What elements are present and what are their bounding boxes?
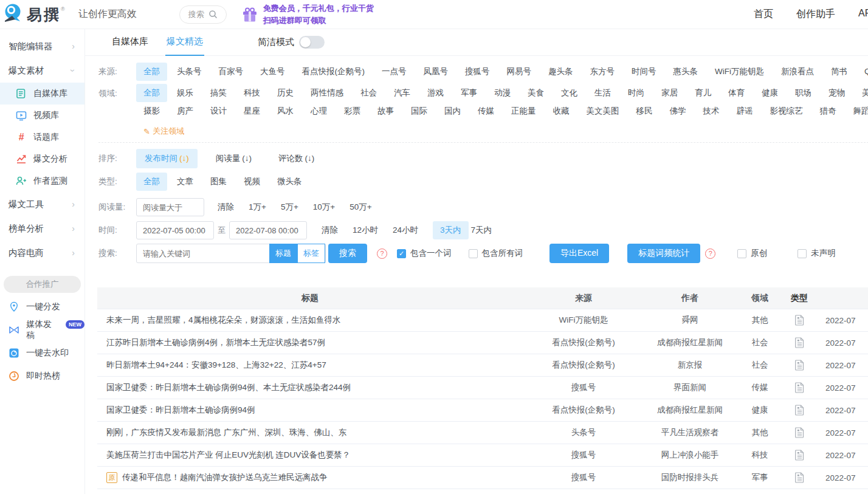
- source-option-东方号[interactable]: 东方号: [583, 63, 622, 81]
- article-title[interactable]: 原传递和平信息！越南汽油弹女孩护送乌克兰难民远离战争: [97, 472, 523, 483]
- source-option-惠头条[interactable]: 惠头条: [666, 63, 706, 81]
- domain-option-国际[interactable]: 国际: [404, 102, 435, 120]
- sidebar-group-爆文工具[interactable]: 爆文工具›: [0, 192, 84, 216]
- time-link-12小时[interactable]: 12小时: [353, 225, 378, 236]
- domain-option-佛学[interactable]: 佛学: [663, 102, 694, 120]
- domain-option-动漫[interactable]: 动漫: [487, 84, 518, 102]
- domain-option-历史[interactable]: 历史: [270, 84, 301, 102]
- sidebar-group-榜单分析[interactable]: 榜单分析›: [0, 216, 84, 241]
- time-link-24小时[interactable]: 24小时: [393, 225, 418, 236]
- domain-option-军事[interactable]: 军事: [453, 84, 484, 102]
- keyword-input[interactable]: [137, 249, 269, 258]
- sort-option-阅读量[interactable]: 阅读量(↓): [207, 149, 260, 168]
- type-option-文章[interactable]: 文章: [170, 173, 201, 191]
- domain-option-心理[interactable]: 心理: [303, 102, 334, 120]
- domain-option-娱乐[interactable]: 娱乐: [170, 84, 201, 102]
- domain-option-彩票[interactable]: 彩票: [337, 102, 368, 120]
- article-title[interactable]: 江苏昨日新增本土确诊病例4例，新增本土无症状感染者57例: [97, 337, 523, 348]
- search-button[interactable]: 搜索: [328, 244, 367, 263]
- domain-option-舞蹈[interactable]: 舞蹈: [846, 102, 868, 120]
- source-option-全部[interactable]: 全部: [136, 63, 167, 81]
- source-option-头条号[interactable]: 头条号: [170, 63, 209, 81]
- source-option-简书[interactable]: 简书: [824, 63, 855, 81]
- checkbox-包含一个词[interactable]: ✓包含一个词: [397, 248, 452, 259]
- sort-option-发布时间[interactable]: 发布时间(↓): [136, 149, 198, 168]
- reads-link-1万+[interactable]: 1万+: [249, 202, 266, 213]
- domain-option-风水[interactable]: 风水: [270, 102, 301, 120]
- logo[interactable]: 易撰 ®: [2, 2, 65, 27]
- nav-item-1[interactable]: 创作助手: [796, 8, 835, 21]
- article-title[interactable]: 昨日新增本土94+244：安徽39+128、上海32+22、江苏4+57: [97, 360, 523, 371]
- source-option-百家号[interactable]: 百家号: [212, 63, 251, 81]
- sidebar-item-作者监测[interactable]: 作者监测: [0, 170, 84, 192]
- source-option-时间号[interactable]: 时间号: [624, 63, 664, 81]
- domain-option-育儿[interactable]: 育儿: [687, 84, 718, 102]
- type-option-图集[interactable]: 图集: [203, 173, 234, 191]
- domain-option-故事[interactable]: 故事: [370, 102, 401, 120]
- sidebar-item-爆文分析[interactable]: 爆文分析: [0, 148, 84, 170]
- sidebar-group-爆文素材[interactable]: 爆文素材›: [0, 58, 84, 83]
- time-to-input[interactable]: [229, 221, 307, 239]
- domain-option-宠物[interactable]: 宠物: [821, 84, 852, 102]
- search-mode-title-button[interactable]: 标题: [269, 244, 297, 263]
- domain-option-生活[interactable]: 生活: [587, 84, 618, 102]
- promo-banner[interactable]: 免费会员，千元礼包，行业干货 扫码进群即可领取: [241, 2, 374, 26]
- time-link-7天内[interactable]: 7天内: [471, 225, 492, 236]
- domain-option-影视综艺[interactable]: 影视综艺: [763, 102, 810, 120]
- domain-option-传媒[interactable]: 传媒: [470, 102, 501, 120]
- sidebar-item-自媒体库[interactable]: 自媒体库: [0, 83, 84, 105]
- reads-link-5万+[interactable]: 5万+: [281, 202, 298, 213]
- source-option-WiFi万能钥匙[interactable]: WiFi万能钥匙: [708, 63, 771, 81]
- domain-option-摄影[interactable]: 摄影: [136, 102, 167, 120]
- checkbox-未声明[interactable]: 未声明: [797, 248, 836, 259]
- article-title[interactable]: 刚刚，广东疫情又发布最新消息 广东广州、深圳、珠海、佛山、东: [97, 427, 523, 438]
- domain-option-收藏[interactable]: 收藏: [546, 102, 577, 120]
- domain-option-科技[interactable]: 科技: [236, 84, 267, 102]
- source-option-大鱼号[interactable]: 大鱼号: [253, 63, 292, 81]
- domain-option-辟谣[interactable]: 辟谣: [729, 102, 760, 120]
- domain-option-星座[interactable]: 星座: [236, 102, 267, 120]
- domain-option-游戏[interactable]: 游戏: [420, 84, 451, 102]
- reads-threshold-input[interactable]: [136, 198, 204, 216]
- checkbox-原创[interactable]: 原创: [737, 248, 767, 259]
- sidebar-item-话题库[interactable]: #话题库: [0, 126, 84, 148]
- search-mode-tag-button[interactable]: 标签: [297, 244, 325, 263]
- domain-option-健康[interactable]: 健康: [754, 84, 785, 102]
- article-title[interactable]: 国家卫健委：昨日新增本土确诊病例94例、本土无症状感染者244例: [97, 382, 523, 393]
- source-option-QQ看点[interactable]: QQ看点: [857, 63, 868, 81]
- article-title[interactable]: 国家卫健委：昨日新增本土确诊病例94例: [97, 405, 523, 416]
- source-option-搜狐号[interactable]: 搜狐号: [458, 63, 497, 81]
- source-option-看点快报(企鹅号)[interactable]: 看点快报(企鹅号): [295, 63, 373, 81]
- domain-option-美食[interactable]: 美食: [520, 84, 551, 102]
- help-question-icon[interactable]: ?: [377, 249, 387, 259]
- nav-item-0[interactable]: 首页: [754, 8, 773, 21]
- domain-option-正能量[interactable]: 正能量: [504, 102, 543, 120]
- source-option-新浪看点[interactable]: 新浪看点: [774, 63, 821, 81]
- time-from-input[interactable]: [136, 221, 214, 239]
- reads-link-10万+[interactable]: 10万+: [313, 202, 335, 213]
- domain-option-美文美图[interactable]: 美文美图: [579, 102, 627, 120]
- source-option-一点号[interactable]: 一点号: [374, 63, 414, 81]
- tab-自媒体库[interactable]: 自媒体库: [111, 29, 150, 56]
- checkbox-包含所有词[interactable]: 包含所有词: [469, 248, 523, 259]
- domain-option-时尚[interactable]: 时尚: [621, 84, 652, 102]
- type-option-全部[interactable]: 全部: [136, 173, 167, 191]
- reads-link-50万+[interactable]: 50万+: [350, 202, 371, 213]
- source-option-凤凰号[interactable]: 凤凰号: [416, 63, 456, 81]
- domain-option-社会[interactable]: 社会: [353, 84, 384, 102]
- sidebar-group-智能编辑器[interactable]: 智能编辑器›: [0, 34, 84, 58]
- title-word-frequency-button[interactable]: 标题词频统计: [627, 244, 700, 263]
- help-question-icon-2[interactable]: ?: [705, 249, 715, 259]
- sort-option-评论数[interactable]: 评论数(↓): [270, 149, 323, 168]
- domain-option-职场[interactable]: 职场: [788, 84, 819, 102]
- sidebar-promo-item-媒体发稿[interactable]: 媒体发稿NEW: [0, 318, 84, 341]
- reads-link-清除[interactable]: 清除: [218, 202, 234, 213]
- domain-option-猎奇[interactable]: 猎奇: [813, 102, 844, 120]
- domain-option-房产[interactable]: 房产: [170, 102, 201, 120]
- time-link-清除[interactable]: 清除: [322, 225, 338, 236]
- source-option-趣头条[interactable]: 趣头条: [541, 63, 580, 81]
- source-option-网易号[interactable]: 网易号: [500, 63, 539, 81]
- domain-option-搞笑[interactable]: 搞笑: [203, 84, 234, 102]
- time-link-3天内[interactable]: 3天内: [433, 221, 469, 239]
- type-option-微头条[interactable]: 微头条: [270, 173, 309, 191]
